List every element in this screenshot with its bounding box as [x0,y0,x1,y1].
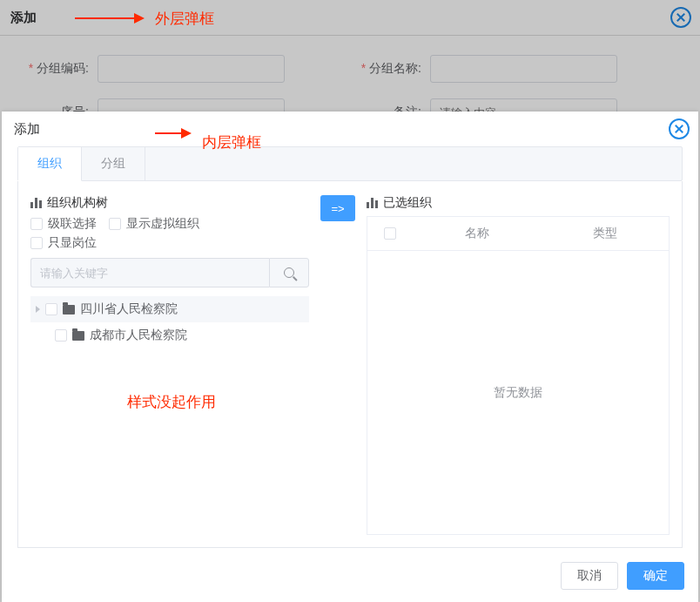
tree-node[interactable]: 四川省人民检察院 [30,296,309,322]
tabs: 组织 分组 [17,146,683,181]
bars-icon [30,198,42,208]
transfer-button[interactable]: => [320,195,355,221]
annotation-arrow [155,132,190,134]
tree-node-label: 成都市人民检察院 [90,328,187,343]
tree-node[interactable]: 成都市人民检察院 [30,322,309,348]
table-header: 名称 类型 [367,217,669,251]
org-tree-title: 组织机构树 [30,195,309,211]
tree-node-checkbox[interactable] [45,303,57,315]
tab-org[interactable]: 组织 [18,147,82,181]
search-input[interactable] [30,258,269,287]
select-all-checkbox[interactable] [384,227,396,240]
checkbox-post-only[interactable]: 只显岗位 [30,235,97,251]
col-type: 类型 [541,217,669,250]
table-empty: 暂无数据 [367,251,669,534]
col-name: 名称 [413,217,541,250]
checkbox-virtual[interactable]: 显示虚拟组织 [109,216,199,232]
dialog-footer: 取消 确定 [2,553,698,602]
selected-table: 名称 类型 暂无数据 [367,216,670,535]
caret-right-icon[interactable] [36,306,40,313]
transfer-panel: => [320,195,356,535]
confirm-button[interactable]: 确定 [627,562,684,590]
inner-dialog: 添加 组织 分组 组织机构树 级联选择 显示虚拟组织 只显岗位 [2,112,698,602]
checkbox-cascade-label: 级联选择 [48,216,97,232]
checkbox-virtual-label: 显示虚拟组织 [126,216,199,232]
inner-dialog-header: 添加 [2,112,698,146]
cancel-button[interactable]: 取消 [561,562,618,590]
annotation-arrow [75,17,143,19]
close-icon[interactable] [669,118,690,139]
tree-node-checkbox[interactable] [55,329,67,342]
selected-title: 已选组织 [367,195,670,211]
checkbox-post-only-label: 只显岗位 [48,235,97,251]
folder-icon [72,331,84,341]
search-icon [284,267,294,278]
selected-panel: 已选组织 名称 类型 暂无数据 [367,195,670,535]
folder-icon [63,305,75,315]
tab-content: 组织机构树 级联选择 显示虚拟组织 只显岗位 [17,181,683,548]
tree-node-label: 四川省人民检察院 [80,301,178,317]
search-button[interactable] [269,258,309,287]
checkbox-cascade[interactable]: 级联选择 [30,216,97,232]
bars-icon [367,198,378,208]
inner-dialog-title: 添加 [14,121,40,138]
selected-title-text: 已选组织 [383,195,432,211]
tab-group[interactable]: 分组 [82,147,145,180]
org-tree: 四川省人民检察院 成都市人民检察院 [30,296,309,348]
org-tree-panel: 组织机构树 级联选择 显示虚拟组织 只显岗位 [30,195,309,535]
org-tree-title-text: 组织机构树 [47,195,108,211]
